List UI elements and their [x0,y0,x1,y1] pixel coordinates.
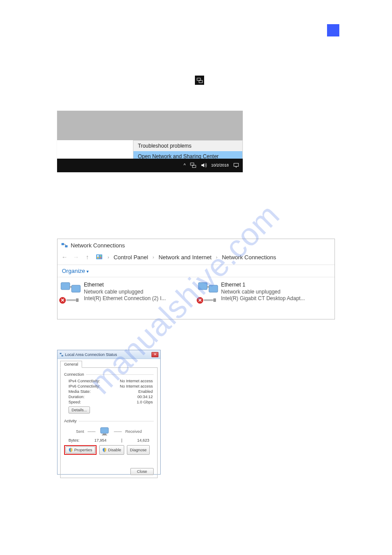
adapter-list: ✕ Ethernet Network cable unplugged Intel… [58,277,334,307]
dialog-panel: Connection IPv4 Connectivity:No Internet… [60,367,158,478]
svg-rect-8 [97,255,99,257]
close-button[interactable]: ✕ [151,352,158,357]
svg-rect-24 [102,435,107,435]
adapter-device: Intel(R) Ethernet Connection (2) I... [84,295,166,302]
nav-forward-icon[interactable]: → [72,254,79,261]
svg-rect-18 [204,299,213,301]
adapter-name: Ethernet [84,282,166,289]
tab-general[interactable]: General [60,361,82,368]
adapter-device: Intel(R) Gigabit CT Desktop Adapt... [221,295,305,302]
svg-rect-20 [60,353,61,354]
volume-icon[interactable] [201,162,207,169]
crumb-sep-icon: › [152,254,154,260]
adapter-status: Network cable unplugged [221,289,305,296]
adapter-item[interactable]: ✕ Ethernet Network cable unplugged Intel… [60,282,195,303]
activity-legend: Activity [64,419,79,423]
disable-button[interactable]: Disable [99,445,124,455]
properties-button[interactable]: Properties [65,446,95,453]
breadcrumb-network-internet[interactable]: Network and Internet [158,254,212,261]
notification-icon[interactable] [233,162,239,169]
unplugged-badge-icon: ✕ [197,297,203,304]
adapter-item[interactable]: ✕ Ethernet 1 Network cable unplugged Int… [198,282,332,303]
unplugged-badge-icon: ✕ [59,297,66,304]
bytes-sent-value: 17,954 [94,438,107,443]
crumb-sep-icon: › [216,254,218,260]
svg-rect-9 [100,255,101,257]
breadcrumb-network-connections[interactable]: Network Connections [222,254,276,261]
svg-rect-1 [199,80,202,83]
taskbar-date: 10/2/2018 [211,163,229,168]
network-connections-window: Network Connections ← → ↑ › Control Pane… [57,239,335,319]
duration-label: Duration: [68,395,85,399]
connection-group: Connection IPv4 Connectivity:No Internet… [64,372,154,414]
svg-rect-13 [72,285,80,292]
svg-rect-19 [213,298,216,302]
systray-screenshot: Troubleshoot problems Open Network and S… [57,111,243,172]
connection-legend: Connection [64,372,86,377]
desktop-background [57,111,243,140]
speed-label: Speed: [68,400,81,404]
adapter-status: Network cable unplugged [84,289,166,296]
svg-rect-11 [100,257,101,258]
svg-rect-21 [61,355,63,356]
organize-button[interactable]: Organize▾ [62,268,89,274]
crumb-sep-icon: › [108,254,109,260]
adapter-name: Ethernet 1 [221,282,305,289]
diagnose-button[interactable]: Diagnose [127,445,150,455]
svg-rect-22 [101,428,108,433]
svg-rect-2 [191,163,194,165]
shield-icon [68,448,73,452]
nav-back-icon[interactable]: ← [61,254,68,261]
close-dialog-button[interactable]: Close [130,468,154,475]
network-tray-icon-inline [195,76,204,85]
chevron-down-icon: ▾ [86,269,89,274]
properties-highlight: Properties [64,445,97,455]
svg-rect-5 [61,243,64,245]
breadcrumb-bar: ← → ↑ › Control Panel › Network and Inte… [58,251,334,265]
network-tray-icon[interactable] [190,162,196,169]
activity-monitor-icon [99,427,110,436]
svg-rect-4 [234,163,239,166]
ipv6-label: IPv6 Connectivity: [68,384,100,388]
taskbar-clock[interactable]: 10/2/2018 [211,163,229,168]
svg-rect-16 [198,283,207,290]
menu-item-troubleshoot[interactable]: Troubleshoot problems [133,141,242,151]
ipv4-label: IPv4 Connectivity: [68,379,100,383]
activity-group: Activity Sent —— —— Received Bytes: 17,9… [64,419,154,455]
taskbar: ^ 10/2/2018 [57,159,243,172]
svg-rect-17 [209,285,218,292]
window-title-bar: Network Connections [58,239,334,251]
bytes-received-value: 14,623 [137,438,149,443]
page-number-box [327,24,339,36]
svg-rect-12 [61,283,70,290]
duration-value: 00:34:12 [137,395,153,399]
ipv4-value: No Internet access [120,379,153,383]
shield-icon [102,448,107,452]
toolbar: Organize▾ [58,265,334,277]
media-state-label: Media State: [68,389,91,394]
sent-label: Sent [76,429,84,434]
media-state-value: Enabled [138,389,153,394]
svg-rect-23 [103,434,106,435]
svg-rect-0 [197,78,200,80]
bytes-label: Bytes: [68,438,79,443]
svg-rect-14 [66,299,76,301]
window-title: Network Connections [71,242,125,249]
dialog-title-bar: Local Area Connection Status ✕ [58,350,160,359]
breadcrumb-control-panel[interactable]: Control Panel [114,254,148,261]
details-button[interactable]: Details... [68,406,90,414]
ipv6-value: No Internet access [120,384,153,388]
connection-status-icon [59,352,64,357]
adapter-icon: ✕ [198,282,219,303]
dialog-title: Local Area Connection Status [65,352,117,357]
svg-rect-7 [96,254,102,259]
svg-rect-10 [97,257,99,258]
received-label: Received [125,429,142,434]
connection-status-dialog: Local Area Connection Status ✕ General C… [57,350,161,475]
svg-rect-15 [76,298,79,302]
network-connections-icon [61,242,68,249]
adapter-icon: ✕ [60,282,81,303]
nav-up-icon[interactable]: ↑ [84,254,91,261]
tray-chevron-icon[interactable]: ^ [183,163,186,168]
control-panel-icon [95,253,103,261]
